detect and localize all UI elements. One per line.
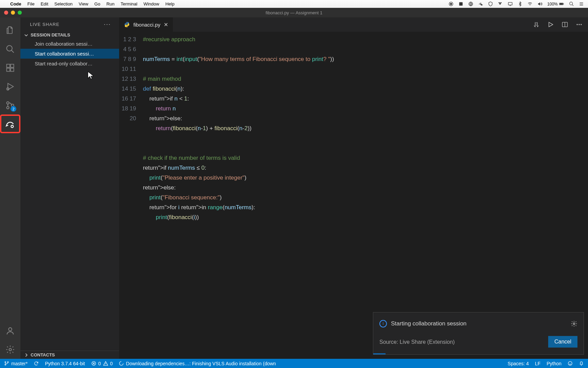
svg-point-15 <box>7 102 9 104</box>
wifi-icon[interactable] <box>527 1 533 6</box>
side-panel-title: LIVE SHARE <box>30 22 60 27</box>
toast-title: Starting collaboration session <box>391 319 467 328</box>
bell-icon <box>579 361 584 366</box>
svg-point-8 <box>570 2 573 5</box>
run-file-button[interactable] <box>547 21 554 28</box>
spotlight-icon[interactable] <box>569 1 574 6</box>
mac-menubar: Code File Edit Selection View Go Run Ter… <box>0 0 588 8</box>
svg-rect-4 <box>508 2 512 5</box>
svg-rect-11 <box>11 64 14 67</box>
branch-icon <box>4 361 9 366</box>
sync-icon <box>34 361 39 366</box>
smiley-icon <box>568 361 573 366</box>
toast-settings-button[interactable] <box>571 320 577 327</box>
editor-body[interactable]: 1 2 3 4 5 6 7 8 9 10 11 12 13 14 15 16 1… <box>119 32 588 359</box>
svg-point-23 <box>581 24 582 25</box>
explorer-view-button[interactable] <box>0 21 20 40</box>
source-control-view-button[interactable]: 2 <box>0 96 20 114</box>
language-mode-status[interactable]: Python <box>546 361 561 366</box>
svg-rect-13 <box>11 68 14 71</box>
menu-selection[interactable]: Selection <box>54 1 72 6</box>
chevron-right-icon <box>24 353 29 357</box>
menu-terminal[interactable]: Terminal <box>121 1 137 6</box>
search-view-button[interactable] <box>0 40 20 58</box>
extensions-view-button[interactable] <box>0 58 20 77</box>
svg-rect-7 <box>564 3 564 4</box>
svg-point-25 <box>5 362 6 363</box>
accounts-button[interactable] <box>0 321 20 340</box>
error-icon <box>91 361 96 366</box>
control-center-icon[interactable] <box>579 1 584 6</box>
start-collaboration-item[interactable]: Start collaboration sessi… <box>20 49 119 59</box>
warning-icon <box>103 361 108 366</box>
status-bar: master* Python 3.7.4 64-bit 0 0 Download… <box>0 359 588 368</box>
svg-point-9 <box>7 45 12 51</box>
menu-edit[interactable]: Edit <box>40 1 48 6</box>
line-number-gutter: 1 2 3 4 5 6 7 8 9 10 11 12 13 14 15 16 1… <box>119 32 143 359</box>
screen-icon[interactable] <box>508 1 513 6</box>
side-panel-more-button[interactable]: ··· <box>104 21 111 28</box>
session-details-header[interactable]: SESSION DETAILS <box>20 31 119 39</box>
background-task-status[interactable]: Downloading dependencies…: Finishing VSL… <box>119 361 276 366</box>
chevron-down-icon <box>24 33 29 37</box>
sync-button[interactable] <box>34 361 39 366</box>
side-panel: LIVE SHARE ··· SESSION DETAILS Join coll… <box>20 17 119 359</box>
svg-point-26 <box>5 364 6 365</box>
svg-point-16 <box>7 106 9 109</box>
live-share-view-button[interactable] <box>0 114 20 133</box>
toast-progress-bar <box>373 353 386 354</box>
svg-point-19 <box>9 348 12 351</box>
globe-icon[interactable] <box>468 1 473 6</box>
shield-icon[interactable] <box>488 1 493 6</box>
source-control-badge: 2 <box>11 106 16 112</box>
svg-point-24 <box>573 323 575 324</box>
indentation-status[interactable]: Spaces: 4 <box>508 361 529 366</box>
info-icon: i <box>379 320 387 327</box>
svg-point-21 <box>577 24 578 25</box>
menu-view[interactable]: View <box>79 1 88 6</box>
toast-cancel-button[interactable]: Cancel <box>548 336 577 348</box>
menu-help[interactable]: Help <box>165 1 175 6</box>
start-readonly-collaboration-item[interactable]: Start read-only collabor… <box>20 59 119 68</box>
toast-source: Source: Live Share (Extension) <box>379 337 455 347</box>
svg-point-18 <box>9 327 12 331</box>
problems-status[interactable]: 0 0 <box>91 361 113 366</box>
menu-app-name[interactable]: Code <box>10 1 21 6</box>
activity-bar: 2 <box>0 17 20 359</box>
notifications-button[interactable] <box>579 361 584 366</box>
svg-rect-12 <box>7 68 10 71</box>
python-file-icon <box>124 21 130 28</box>
settings-button[interactable] <box>0 340 20 359</box>
split-editor-button[interactable] <box>561 21 568 28</box>
python-interpreter-status[interactable]: Python 3.7.4 64-bit <box>45 361 85 366</box>
compare-changes-icon[interactable] <box>533 21 540 28</box>
eol-status[interactable]: LF <box>535 361 540 366</box>
loading-icon <box>119 361 124 366</box>
close-tab-button[interactable]: ✕ <box>164 21 168 28</box>
menu-run[interactable]: Run <box>107 1 115 6</box>
recorder-icon[interactable] <box>448 1 454 6</box>
git-branch-status[interactable]: master* <box>4 361 28 366</box>
feedback-button[interactable] <box>568 361 573 366</box>
dropbox-icon[interactable] <box>498 1 503 6</box>
volume-icon[interactable] <box>537 1 542 6</box>
code-content[interactable]: #recursive approach numTerms = int(input… <box>143 32 588 359</box>
mac-menubar-right: 100% <box>448 1 584 6</box>
contacts-header[interactable]: CONTACTS <box>20 351 119 359</box>
menu-window[interactable]: Window <box>144 1 159 6</box>
menu-file[interactable]: File <box>28 1 35 6</box>
svg-rect-2 <box>459 2 463 6</box>
editor-tab-fibonacci[interactable]: fibonacci.py ✕ <box>119 17 173 32</box>
bluetooth-icon[interactable] <box>518 1 523 6</box>
join-collaboration-item[interactable]: Join collaboration sessi… <box>20 39 119 49</box>
docker-icon[interactable] <box>478 1 483 6</box>
window-title-bar: fibonacci.py — Assignment 1 <box>0 8 588 17</box>
run-debug-view-button[interactable] <box>0 77 20 96</box>
menu-go[interactable]: Go <box>94 1 100 6</box>
more-actions-button[interactable] <box>576 21 583 28</box>
svg-point-22 <box>578 24 579 25</box>
dashlane-icon[interactable] <box>458 1 463 6</box>
battery-status[interactable]: 100% <box>547 1 564 6</box>
window-title: fibonacci.py — Assignment 1 <box>0 10 588 15</box>
tab-filename: fibonacci.py <box>133 22 160 28</box>
